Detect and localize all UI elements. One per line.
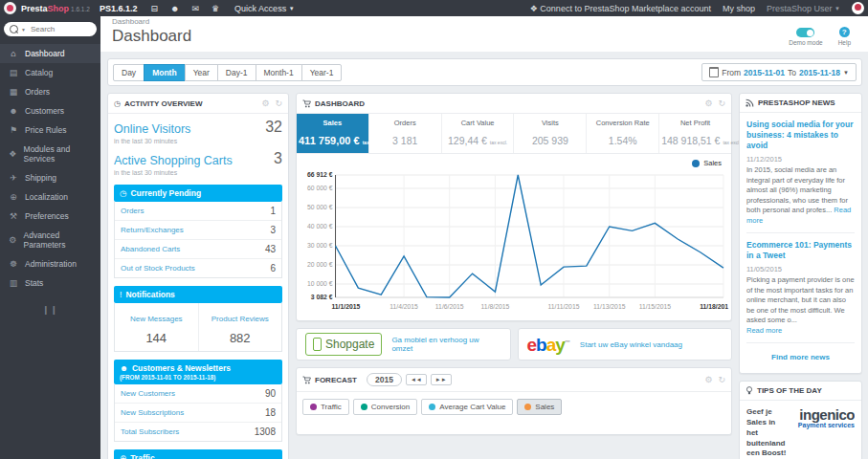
trophy-icon[interactable]: ♛ — [211, 4, 219, 13]
shop-name[interactable]: PS1.6.1.2 — [100, 4, 138, 13]
sidebar-item-dashboard[interactable]: ⌂Dashboard — [0, 44, 100, 63]
range-button-day[interactable]: Day — [113, 64, 145, 81]
table-row[interactable]: Total Subscribers1308 — [115, 423, 281, 441]
shopgate-link[interactable]: Ga mobiel en verhoog uw omzet — [391, 336, 501, 353]
table-row[interactable]: New Customers90 — [115, 384, 281, 404]
forecast-filter-conversion[interactable]: Conversion — [353, 399, 417, 415]
find-more-news-link[interactable]: Find more news — [746, 353, 855, 361]
gear-icon[interactable]: ⚙ — [704, 375, 712, 384]
range-button-year-1[interactable]: Year-1 — [301, 64, 343, 81]
brand-shop: Shop — [48, 4, 70, 13]
ebay-link[interactable]: Start uw eBay winkel vandaag — [580, 340, 682, 349]
avatar[interactable] — [852, 2, 864, 14]
shopgate-banner[interactable]: Shopgate Ga mobiel en verhoog uw omzet — [296, 328, 511, 361]
table-row[interactable]: Abandoned Carts43 — [115, 240, 281, 259]
svg-text:20 000 €: 20 000 € — [307, 262, 333, 269]
chevron-down-icon[interactable]: ▼ — [21, 27, 26, 33]
demo-mode-control[interactable]: Demo mode — [789, 26, 822, 46]
sidebar-search[interactable]: ▼ — [4, 22, 97, 36]
news-article-title[interactable]: Using social media for your business: 4 … — [746, 120, 855, 151]
read-more-link[interactable]: Read more — [746, 326, 782, 335]
chevron-down-icon: ▼ — [835, 6, 840, 11]
forecast-next-button[interactable]: ►► — [431, 374, 452, 385]
svg-text:11/4/2015: 11/4/2015 — [389, 303, 418, 310]
metric-tab-cart-value[interactable]: Cart Value 129,44 € tax excl. — [442, 114, 515, 153]
breadcrumb[interactable]: Dashboard — [112, 17, 857, 26]
news-article: Ecommerce 101: Payments in a Tweet 11/05… — [746, 240, 855, 336]
forecast-year[interactable]: 2015 — [367, 373, 402, 386]
refresh-icon[interactable]: ↻ — [275, 98, 282, 108]
activity-panel-title: ACTIVITY OVERVIEW — [124, 99, 203, 108]
quick-access-menu[interactable]: Quick Access ▼ — [234, 4, 295, 13]
new-messages-cell[interactable]: New Messages 144 — [115, 303, 199, 351]
prestashop-logo-icon[interactable] — [4, 2, 16, 14]
metric-tab-sales[interactable]: Sales 411 759,00 € tax excl. — [297, 114, 369, 153]
sidebar-item-customers[interactable]: ☻Customers — [0, 101, 100, 120]
forecast-prev-button[interactable]: ◄◄ — [406, 374, 427, 385]
chart-legend[interactable]: Sales — [297, 154, 731, 167]
table-row[interactable]: Return/Exchanges3 — [115, 221, 281, 240]
sidebar-collapse-icon[interactable]: ❙❙ — [0, 305, 100, 315]
metric-tab-conversion-rate[interactable]: Conversion Rate 1.54% — [587, 114, 659, 153]
metric-tab-visits[interactable]: Visits 205 939 — [514, 114, 587, 153]
sidebar-item-administration[interactable]: ☸Administration — [0, 254, 100, 273]
news-article-title[interactable]: Ecommerce 101: Payments in a Tweet — [746, 240, 855, 261]
date-range-picker[interactable]: From2015-11-01 To2015-11-18 ▼ — [701, 63, 857, 81]
customers-rows: New Customers90 New Subscriptions18 Tota… — [114, 384, 282, 442]
metric-tab-orders[interactable]: Orders 3 181 — [369, 114, 442, 153]
range-button-day-1[interactable]: Day-1 — [217, 64, 256, 81]
online-visitors-row[interactable]: 32 Online Visitors in the last 30 minute… — [114, 120, 282, 151]
preferences-icon: ⚒ — [9, 211, 18, 221]
marketplace-link[interactable]: ❖ Connect to PrestaShop Marketplace acco… — [530, 4, 711, 13]
brand: PrestaShop1.6.1.2 — [21, 4, 90, 13]
active-carts-link[interactable]: Active Shopping Carts — [114, 154, 233, 167]
help-control[interactable]: ? Help — [838, 26, 851, 46]
sidebar-item-stats[interactable]: ▥Stats — [0, 273, 100, 293]
forecast-filter-traffic[interactable]: Traffic — [302, 399, 349, 415]
help-icon[interactable]: ? — [839, 27, 850, 37]
table-row[interactable]: Out of Stock Products6 — [115, 259, 281, 277]
active-carts-row[interactable]: 3 Active Shopping Carts in the last 30 m… — [114, 151, 282, 183]
demo-mode-toggle[interactable] — [796, 28, 814, 37]
user-menu[interactable]: PrestaShop User ▼ — [767, 4, 840, 13]
sidebar-item-price-rules[interactable]: ⚑Price Rules — [0, 120, 100, 140]
cart-icon[interactable]: ⊟ — [150, 4, 158, 13]
sidebar-item-preferences[interactable]: ⚒Preferences — [0, 207, 100, 226]
sidebar-item-modules[interactable]: ❖Modules and Services — [0, 140, 100, 168]
refresh-icon[interactable]: ↻ — [718, 98, 725, 108]
svg-text:11/1/2015: 11/1/2015 — [331, 303, 360, 310]
range-button-month[interactable]: Month — [144, 64, 186, 81]
forecast-filter-sales[interactable]: Sales — [517, 399, 562, 415]
brand-presta: Presta — [21, 4, 48, 13]
svg-text:66 912 €: 66 912 € — [307, 171, 333, 178]
online-visitors-link[interactable]: Online Visitors — [114, 122, 190, 136]
gear-icon[interactable]: ⚙ — [261, 98, 269, 108]
chevron-down-icon: ▼ — [289, 6, 295, 11]
search-icon — [10, 25, 18, 33]
svg-text:60 000 €: 60 000 € — [307, 185, 333, 191]
forecast-panel: FORECAST 2015 ◄◄ ►► ⚙ ↻ — [296, 367, 732, 435]
person-icon[interactable]: ☻ — [170, 4, 179, 13]
forecast-panel-title: FORECAST — [315, 376, 357, 384]
my-shop-link[interactable]: My shop — [723, 4, 755, 13]
sidebar-item-advanced-parameters[interactable]: ⚙Advanced Parameters — [0, 226, 100, 254]
activity-overview-panel: ◷ ACTIVITY OVERVIEW ⚙ ↻ 32 Online Visito… — [107, 93, 289, 459]
range-button-year[interactable]: Year — [185, 64, 218, 81]
mail-icon[interactable]: ✉ — [191, 4, 199, 13]
range-button-month-1[interactable]: Month-1 — [256, 64, 302, 81]
sidebar-item-orders[interactable]: ▦Orders — [0, 82, 100, 101]
gear-icon[interactable]: ⚙ — [704, 98, 712, 108]
product-reviews-cell[interactable]: Product Reviews 882 — [199, 303, 282, 351]
ebay-banner[interactable]: ebay™ Start uw eBay winkel vandaag — [518, 328, 733, 361]
table-row[interactable]: Orders1 — [115, 202, 281, 221]
forecast-filter-average-cart-value[interactable]: Average Cart Value — [421, 399, 513, 415]
refresh-icon[interactable]: ↻ — [718, 375, 725, 384]
sidebar-item-catalog[interactable]: ▤Catalog — [0, 63, 100, 82]
metric-tab-net-profit[interactable]: Net Profit 148 918,51 € tax excl. — [659, 114, 731, 153]
sidebar-item-localization[interactable]: ⊕Localization — [0, 187, 100, 207]
prestashop-admin-page: PrestaShop1.6.1.2 PS1.6.1.2 ⊟ ☻ ✉ ♛ Quic… — [0, 0, 868, 459]
svg-text:11/18/201: 11/18/201 — [700, 303, 728, 310]
sidebar-item-shipping[interactable]: ✈Shipping — [0, 168, 100, 187]
search-input[interactable] — [29, 24, 91, 34]
table-row[interactable]: New Subscriptions18 — [115, 404, 281, 423]
